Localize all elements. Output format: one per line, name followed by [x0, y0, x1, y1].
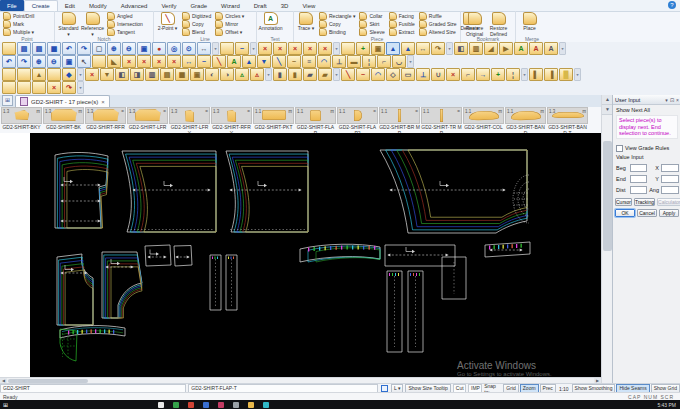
tab-create[interactable]: Create	[24, 0, 58, 11]
trace-button[interactable]: Trace ▾	[296, 12, 316, 32]
palette-piece-tr-mp[interactable]: 1.1 = GD2-SHIRT-TR MP	[421, 107, 462, 133]
flip[interactable]: ◐	[205, 68, 219, 81]
corner[interactable]: ⌐	[377, 55, 391, 68]
graded-size-button[interactable]: Graded Size	[418, 20, 458, 28]
stack-c[interactable]: ▥	[145, 68, 159, 81]
piece-thumbnail-box[interactable]: 1.3 ⊟	[547, 107, 588, 124]
draft-line[interactable]: ╲	[341, 68, 355, 81]
draft-extend[interactable]: →	[476, 68, 490, 81]
piece-thumbnail-box[interactable]: 1.1 ⊟	[505, 107, 546, 124]
grade-c[interactable]: ▰	[303, 68, 317, 81]
notch-b[interactable]	[17, 68, 31, 81]
separator[interactable]: ▾	[77, 68, 84, 81]
separator[interactable]: ▾	[333, 42, 340, 55]
delete-group[interactable]: ×	[318, 42, 332, 55]
notch-d[interactable]	[47, 68, 61, 81]
selection-frame[interactable]: ▢	[92, 42, 106, 55]
start-button-icon[interactable]: ⊞	[3, 401, 8, 408]
shrink[interactable]: ▼	[100, 68, 114, 81]
grade-b[interactable]: ▮	[288, 68, 302, 81]
fold-piece[interactable]: ◢	[484, 42, 498, 55]
dist-field[interactable]	[630, 186, 647, 194]
separator[interactable]: ▾	[574, 68, 581, 81]
close-icon[interactable]: ×	[101, 99, 105, 105]
view-grade-rules-checkbox[interactable]	[616, 145, 623, 152]
palette-piece-band-t[interactable]: 1.3 ⊟ GD3-SHIRT-BAND-T	[547, 107, 588, 133]
piece-back-yoke[interactable]	[55, 152, 108, 228]
place-button[interactable]: Place	[518, 12, 541, 32]
palette-piece-bky[interactable]: 1.3 ⊟ GD2-SHIRT-BKY	[1, 107, 42, 133]
taskbar-app-icon[interactable]	[233, 402, 239, 408]
mark-button[interactable]: Mark	[2, 20, 35, 28]
altered-size-button[interactable]: Altered Size	[418, 28, 458, 36]
notch-e[interactable]: ◆	[62, 68, 76, 81]
draft-rect[interactable]: ▭	[401, 68, 415, 81]
apply-button[interactable]: Apply	[659, 209, 679, 217]
collar-button[interactable]: Collar	[358, 12, 385, 20]
highlight-piece[interactable]: ▲	[386, 42, 400, 55]
ruffle-button[interactable]: Ruffle	[418, 12, 458, 20]
separator[interactable]: ▾	[446, 42, 453, 55]
y-field[interactable]	[661, 175, 679, 183]
separator[interactable]: ▾	[250, 42, 257, 55]
tab-3d[interactable]: 3D	[274, 0, 296, 11]
spread-c[interactable]: ▣	[190, 68, 204, 81]
calculator-button[interactable]: Calculator	[657, 198, 680, 206]
palette-piece-lfr[interactable]: 1.3 = GD2-SHIRT-LFR	[127, 107, 168, 133]
line-blend[interactable]: ◠	[317, 55, 331, 68]
cancel-button[interactable]: Cancel	[637, 209, 657, 217]
piece-front-yoke-left[interactable]	[57, 254, 93, 325]
save-all[interactable]: ▦	[47, 42, 61, 55]
piece-thumbnail-box[interactable]: 1.1 ⊟	[295, 107, 336, 124]
piece-thumbnail-box[interactable]: 1.3 =	[85, 107, 126, 124]
help-icon[interactable]: ?	[668, 1, 676, 9]
open-folder[interactable]	[2, 42, 16, 55]
beg-field[interactable]	[630, 164, 647, 172]
tab-grade[interactable]: Grade	[183, 0, 214, 11]
piece-thumbnail-box[interactable]: 1.3 =	[127, 107, 168, 124]
notch-a[interactable]	[2, 68, 16, 81]
piece-right-front[interactable]	[226, 151, 308, 232]
full-piece[interactable]: ▥	[469, 42, 483, 55]
skirt-button[interactable]: Skirt	[358, 20, 385, 28]
delete-model[interactable]: ×	[47, 81, 61, 94]
zoom-out[interactable]: ⊖	[47, 55, 61, 68]
spread-b[interactable]: ▦	[175, 68, 189, 81]
delete-notch[interactable]: ×	[273, 42, 287, 55]
piece-back[interactable]	[122, 151, 216, 232]
piece-collar[interactable]	[300, 244, 380, 262]
delete-line[interactable]: ×	[288, 42, 302, 55]
swap[interactable]: ↔	[182, 55, 196, 68]
tab-draft[interactable]: Draft	[247, 0, 274, 11]
mirror-button[interactable]: Mirror	[214, 20, 245, 28]
piece-collar-band[interactable]	[60, 326, 125, 338]
mirror-piece[interactable]: ◧	[454, 42, 468, 55]
palette-piece-rfr-y[interactable]: 1.3 = GD2-SHIRT-RFR Y	[211, 107, 252, 133]
piece-thumbnail-box[interactable]: 1.3 ⊟	[1, 107, 42, 124]
line-2point[interactable]: ╲	[272, 55, 286, 68]
annotation-edit[interactable]: A	[529, 42, 543, 55]
edit-point[interactable]	[220, 42, 234, 55]
taskbar-app-icon[interactable]	[158, 402, 164, 408]
layer-a[interactable]: ▌	[529, 68, 543, 81]
line-curve[interactable]: ~	[287, 55, 301, 68]
notch-tool[interactable]	[92, 55, 106, 68]
zoom-in[interactable]: ⊕	[32, 55, 46, 68]
palette-piece-bk[interactable]: 1.3 ⊟ GD2-SHIRT-BK	[43, 107, 84, 133]
undo[interactable]: ↶	[2, 55, 16, 68]
copy-piece[interactable]: ▣	[371, 42, 385, 55]
tab-edit[interactable]: Edit	[58, 0, 82, 11]
tracking-button[interactable]: Tracking	[634, 198, 655, 206]
palette-piece-col[interactable]: 1.1 ⊟ GD2-SHIRT-COL	[463, 107, 504, 133]
zoom-box[interactable]: ▣	[62, 55, 76, 68]
seam-a[interactable]: ▵	[235, 68, 249, 81]
annotation-move[interactable]: A	[544, 42, 558, 55]
save-as[interactable]: ▤	[32, 42, 46, 55]
separator[interactable]: ▾	[407, 55, 414, 68]
layer-b[interactable]: ▐	[544, 68, 558, 81]
copy-piece-button[interactable]: Copy	[318, 20, 356, 28]
spread-a[interactable]: ▤	[160, 68, 174, 81]
delete-d[interactable]: ×	[167, 55, 181, 68]
vertical-scroll-thumb[interactable]	[603, 141, 612, 251]
cursor-button[interactable]: Cursor	[615, 198, 632, 206]
